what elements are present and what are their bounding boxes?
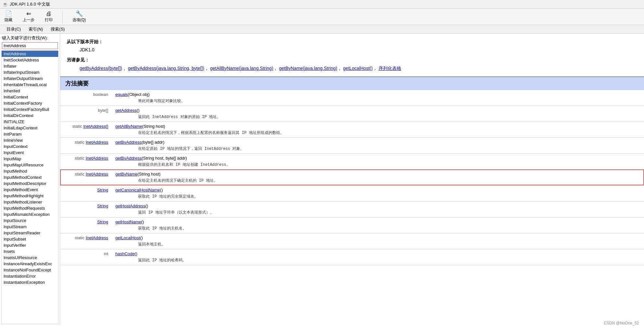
print-button[interactable]: 🖨 打印 bbox=[43, 10, 55, 23]
sidebar-item[interactable]: InputEvent bbox=[2, 150, 58, 156]
sidebar-item[interactable]: InputMethodRequests bbox=[2, 205, 58, 211]
sidebar-item[interactable]: InitialContextFactory bbox=[2, 100, 58, 106]
method-name-link[interactable]: getAllByName bbox=[115, 124, 142, 129]
sidebar-item[interactable]: InputStreamReader bbox=[2, 230, 58, 236]
method-name-link[interactable]: getHostName bbox=[115, 219, 141, 224]
sidebar-item[interactable]: Inherited bbox=[2, 88, 58, 94]
sidebar-item[interactable]: Insets bbox=[2, 248, 58, 255]
method-type-link[interactable]: InetAddress bbox=[86, 156, 108, 161]
method-name-link[interactable]: getLocalHost bbox=[115, 235, 140, 240]
sidebar-item[interactable]: Inflater bbox=[2, 63, 58, 69]
see-also-link[interactable]: getLocalHost() bbox=[343, 66, 373, 71]
sidebar-item[interactable]: InputMethodEvent bbox=[2, 187, 58, 193]
method-name-link[interactable]: getHostAddress bbox=[115, 203, 146, 208]
search-input[interactable] bbox=[2, 42, 58, 49]
method-desc-col: getByAddress(String host, byte[] addr)根据… bbox=[112, 153, 644, 169]
sidebar-item[interactable]: InflaterOutputStream bbox=[2, 75, 58, 82]
sidebar-item[interactable]: InsetsUIResource bbox=[2, 255, 58, 261]
sidebar-item[interactable]: InitialContextFactoryBuil bbox=[2, 106, 58, 112]
method-modifier: static bbox=[75, 172, 86, 177]
sidebar-item[interactable]: InitParam bbox=[2, 131, 58, 137]
see-also-link[interactable]: getByAddress(byte[]) bbox=[80, 66, 122, 71]
back-icon: ⇐ bbox=[26, 11, 31, 17]
method-modifier: static bbox=[75, 140, 86, 145]
sidebar-item[interactable]: InputContext bbox=[2, 143, 58, 150]
back-button[interactable]: ⇐ 上一步 bbox=[21, 10, 36, 23]
sidebar-item[interactable]: InputVerifier bbox=[2, 242, 58, 248]
tab-index[interactable]: 索引(N) bbox=[25, 25, 47, 33]
method-name-link[interactable]: hashCode bbox=[115, 251, 135, 256]
method-type-col: byte[] bbox=[60, 106, 112, 122]
sidebar-item[interactable]: InputMismatchException bbox=[2, 211, 58, 217]
sidebar-item[interactable]: InstantiationException bbox=[2, 279, 58, 285]
tab-search[interactable]: 搜索(S) bbox=[47, 25, 69, 33]
method-signature: getByName(String host) bbox=[112, 170, 644, 177]
sidebar-item[interactable]: InputMethod bbox=[2, 168, 58, 174]
sidebar-item[interactable]: INITIALIZE bbox=[2, 119, 58, 125]
sidebar-item[interactable]: InputSubset bbox=[2, 236, 58, 242]
method-type-link[interactable]: InetAddress bbox=[86, 235, 108, 240]
method-type-link[interactable]: String bbox=[97, 219, 108, 224]
sidebar-item[interactable]: InputStream bbox=[2, 224, 58, 230]
sidebar-item[interactable]: InputMap bbox=[2, 156, 58, 162]
method-description: 获取此 IP 地址的完全限定域名。 bbox=[112, 193, 644, 201]
sidebar-item[interactable]: InitialContext bbox=[2, 94, 58, 100]
options-button[interactable]: 🔧 选项(Q) bbox=[71, 10, 88, 23]
sidebar-item[interactable]: InitialDirContext bbox=[2, 112, 58, 119]
method-name-link[interactable]: getByAddress bbox=[115, 156, 142, 161]
method-type-link[interactable]: InetAddress bbox=[86, 172, 108, 177]
toolbar-separator bbox=[62, 10, 63, 23]
sidebar-item[interactable]: InstantiationError bbox=[2, 273, 58, 279]
method-type-link[interactable]: InetAddress bbox=[86, 140, 108, 145]
method-type-link[interactable]: String bbox=[97, 188, 108, 192]
sidebar-item[interactable]: InflaterInputStream bbox=[2, 69, 58, 75]
sidebar-item[interactable]: InitialLdapContext bbox=[2, 125, 58, 131]
table-row: booleanequals(Object obj)将此对象与指定对象比较。 bbox=[60, 90, 644, 106]
see-also-link[interactable]: getByAddress(java.lang.String, byte[]) bbox=[128, 66, 204, 71]
method-name-link[interactable]: getByAddress bbox=[115, 140, 142, 145]
method-summary-header: 方法摘要 bbox=[60, 76, 644, 90]
method-type-col: String bbox=[60, 217, 112, 233]
table-row: static InetAddress[]getAllByName(String … bbox=[60, 122, 644, 138]
sidebar-item[interactable]: InetSocketAddress bbox=[2, 57, 58, 63]
method-signature: getByAddress(byte[] addr) bbox=[112, 138, 644, 145]
method-type-link[interactable]: String bbox=[97, 203, 108, 208]
table-row: static InetAddressgetLocalHost()返回本地主机。 bbox=[60, 233, 644, 249]
method-name-link[interactable]: equals bbox=[115, 92, 128, 97]
sidebar-item[interactable]: InputMethodDescriptor bbox=[2, 180, 58, 187]
sidebar-item[interactable]: InstanceAlreadyExistsExc bbox=[2, 261, 58, 267]
sidebar-item[interactable]: InputSource bbox=[2, 217, 58, 224]
sidebar-item[interactable]: InputMapUIResource bbox=[2, 162, 58, 168]
see-also-link[interactable]: getAllByName(java.lang.String) bbox=[210, 66, 274, 71]
table-row: static InetAddressgetByAddress(String ho… bbox=[60, 153, 644, 169]
content-area: 从以下版本开始： JDK1.0 另请参见： getByAddress(byte[… bbox=[60, 34, 644, 325]
method-type: byte[] bbox=[98, 108, 108, 113]
method-signature: getAddress() bbox=[112, 106, 644, 113]
method-description: 根据提供的主机名和 IP 地址创建 InetAddress。 bbox=[112, 161, 644, 169]
method-modifier: static bbox=[75, 156, 86, 161]
method-type-link[interactable]: InetAddress[] bbox=[83, 124, 108, 129]
method-name-link[interactable]: getByName bbox=[115, 172, 137, 177]
table-row: StringgetHostAddress()返回 IP 地址字符串（以文本表现形… bbox=[60, 201, 644, 217]
sidebar-item[interactable]: InputMethodHighlight bbox=[2, 193, 58, 199]
tab-contents[interactable]: 目录(C) bbox=[3, 25, 25, 33]
see-also-link[interactable]: 序列化表格 bbox=[379, 66, 401, 71]
options-label: 选项(Q) bbox=[72, 17, 86, 23]
sidebar-item[interactable]: InputMethodContext bbox=[2, 174, 58, 180]
sidebar-item[interactable]: InputMethodListener bbox=[2, 199, 58, 205]
method-desc-col: getHostAddress()返回 IP 地址字符串（以文本表现形式）。 bbox=[112, 201, 644, 217]
watermark: CSDN @NoOne_52 bbox=[604, 321, 639, 325]
hide-button[interactable]: 📄 隐藏 bbox=[3, 10, 14, 23]
see-also-link[interactable]: getByName(java.lang.String) bbox=[279, 66, 337, 71]
method-signature: getAllByName(String host) bbox=[112, 122, 644, 129]
see-also-links: getByAddress(byte[])， getByAddress(java.… bbox=[80, 64, 638, 72]
method-name-link[interactable]: getCanonicalHostName bbox=[115, 188, 160, 192]
method-description: 将此对象与指定对象比较。 bbox=[112, 98, 644, 106]
sidebar-item[interactable]: InstanceNotFoundExcept bbox=[2, 267, 58, 273]
print-label: 打印 bbox=[45, 17, 53, 23]
sidebar-item[interactable]: InetAddress bbox=[2, 51, 58, 57]
method-name-link[interactable]: getAddress bbox=[115, 108, 137, 113]
sidebar-item[interactable]: InlineView bbox=[2, 137, 58, 143]
method-type-col: int bbox=[60, 249, 112, 265]
sidebar-item[interactable]: InheritableThreadLocal bbox=[2, 82, 58, 88]
